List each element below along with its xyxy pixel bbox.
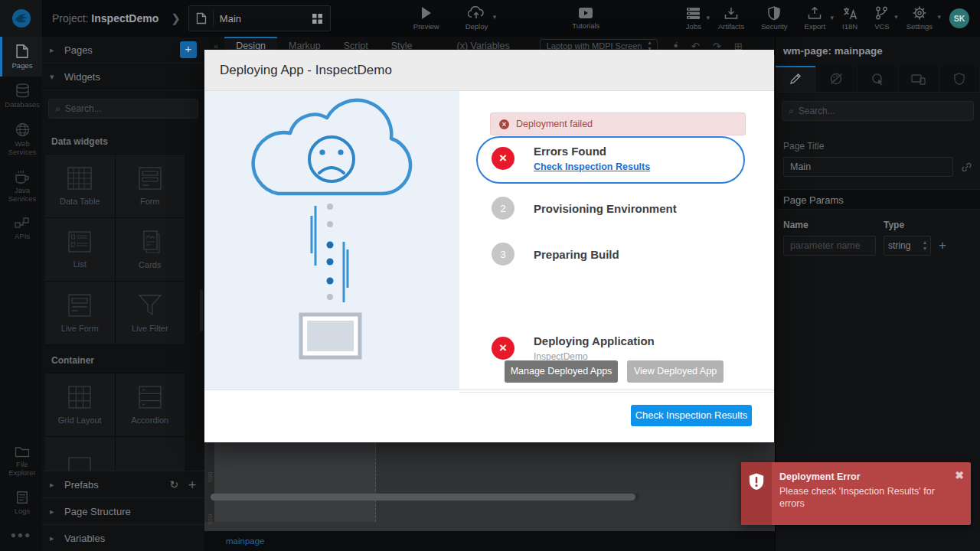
pages-icon: [15, 44, 29, 59]
video-icon: [578, 7, 593, 19]
vcs-button[interactable]: VCS ▾: [874, 6, 890, 31]
widget-accordion[interactable]: Accordion: [116, 373, 185, 436]
chevron-down-icon[interactable]: ▾: [493, 13, 497, 21]
property-search-input[interactable]: [799, 106, 967, 116]
current-page-name: Main: [220, 13, 305, 24]
chevron-right-icon: ❯: [171, 11, 181, 25]
pages-section-header[interactable]: ▸ Pages +: [42, 37, 204, 64]
active-page-status[interactable]: mainpage: [226, 536, 265, 546]
manage-deployed-apps-button[interactable]: Manage Deployed Apps: [505, 360, 618, 383]
widget-search-input[interactable]: [65, 103, 191, 114]
jobs-button[interactable]: Jobs ▾: [686, 7, 701, 31]
caret-down-icon: ▾: [50, 72, 57, 82]
param-type-select[interactable]: string ▴▾: [884, 236, 931, 256]
page-title-label: Page Title: [776, 129, 980, 157]
horizontal-scrollbar[interactable]: [211, 494, 639, 500]
rail-item-databases[interactable]: Databases: [0, 77, 42, 116]
page-doc-icon: [196, 12, 207, 24]
step-errors-found[interactable]: × Errors Found Check Inspection Results: [492, 145, 762, 172]
jobs-stack-icon: [686, 7, 701, 20]
rail-item-logs[interactable]: Logs: [0, 484, 42, 522]
caret-right-icon: ▸: [50, 45, 57, 55]
widget-list[interactable]: List: [45, 218, 115, 281]
rail-item-java-services[interactable]: Java Services: [0, 163, 42, 210]
toast-title: Deployment Error: [779, 471, 951, 484]
widget-label: Cards: [139, 260, 161, 269]
chevron-down-icon[interactable]: ▾: [937, 13, 941, 21]
tab-styles[interactable]: [816, 66, 857, 92]
widgets-section-header[interactable]: ▾ Widgets: [42, 64, 204, 90]
check-inspection-results-link[interactable]: Check Inspection Results: [534, 161, 650, 172]
add-page-button[interactable]: +: [180, 41, 197, 58]
cursor-click-icon: [871, 73, 884, 86]
step-number-badge: 3: [492, 243, 514, 266]
widget-grid-layout[interactable]: Grid Layout: [45, 373, 115, 436]
widget-cards[interactable]: Cards: [116, 218, 185, 281]
tool-label: VCS: [874, 22, 890, 31]
search-icon: ⌕: [789, 106, 794, 116]
deploy-button[interactable]: Deploy ▾: [466, 6, 488, 31]
tutorials-button[interactable]: Tutorials: [572, 7, 599, 30]
refresh-icon[interactable]: ↻: [170, 478, 179, 491]
prefabs-section-header[interactable]: ▸ Prefabs ↻ +: [42, 471, 204, 497]
divider: [459, 392, 774, 393]
rail-item-pages[interactable]: Pages: [0, 37, 42, 77]
widget-form[interactable]: Form: [116, 155, 185, 217]
step-provisioning: 2 Provisioning Environment: [492, 197, 762, 220]
widget-label: Data Table: [60, 197, 100, 206]
widget-live-filter[interactable]: Live Filter: [116, 282, 185, 344]
param-name-input[interactable]: [783, 236, 876, 256]
error-circle-icon: ×: [499, 119, 509, 129]
toast-close-icon[interactable]: ✖: [955, 469, 964, 481]
export-button[interactable]: Export ▾: [805, 7, 825, 31]
chevron-down-icon[interactable]: ▾: [831, 14, 835, 21]
tab-security[interactable]: [939, 66, 980, 92]
rail-item-web-services[interactable]: Web Services: [0, 116, 42, 163]
step-error-icon: ×: [492, 147, 514, 170]
i18n-button[interactable]: I18N: [842, 7, 858, 31]
view-deployed-app-button[interactable]: View Deployed App: [627, 360, 724, 383]
step-title: Preparing Build: [534, 248, 619, 261]
rail-item-file-explorer[interactable]: File Explorer: [0, 439, 42, 484]
variables-section-header[interactable]: ▸ Variables: [42, 524, 204, 551]
upload-tray-icon: [808, 7, 822, 20]
more-options-icon[interactable]: ●●●: [0, 522, 42, 551]
tab-events[interactable]: [858, 66, 898, 92]
step-error-icon: ×: [492, 337, 514, 360]
settings-button[interactable]: Settings ▾: [906, 6, 933, 31]
list-icon: [68, 231, 91, 253]
page-selector[interactable]: Main: [188, 5, 331, 31]
add-prefab-icon[interactable]: +: [188, 478, 197, 491]
add-param-button[interactable]: +: [939, 238, 946, 253]
user-avatar[interactable]: SK: [949, 8, 969, 28]
modal-title: Deploying App - InspectDemo: [220, 63, 392, 78]
type-column-header: Type: [884, 220, 904, 230]
check-inspection-results-button[interactable]: Check Inspection Results: [631, 405, 752, 426]
tab-devices[interactable]: [898, 66, 939, 92]
properties-tabs: [776, 66, 980, 93]
preview-button[interactable]: Preview: [413, 6, 439, 31]
live-filter-icon: [138, 294, 162, 317]
panel-scrollbar[interactable]: [200, 289, 203, 331]
rail-item-apis[interactable]: APIs: [0, 210, 42, 247]
chevron-down-icon[interactable]: ▾: [894, 13, 898, 21]
param-type-value: string: [888, 240, 920, 251]
pages-grid-icon[interactable]: [312, 13, 323, 24]
rail-label: Java Services: [2, 187, 42, 204]
widget-search: ⌕: [48, 99, 198, 119]
page-structure-section-header[interactable]: ▸ Page Structure: [42, 497, 204, 524]
page-params-section-header: Page Params: [776, 189, 980, 210]
artifacts-button[interactable]: Artifacts: [718, 7, 744, 31]
rail-spacer: [0, 246, 42, 439]
tab-properties[interactable]: [776, 66, 816, 92]
app-logo[interactable]: [0, 0, 42, 37]
page-title-input[interactable]: [783, 157, 953, 177]
bind-link-icon[interactable]: [961, 161, 972, 173]
scrollbar-thumb[interactable]: [211, 494, 635, 500]
section-title: Widgets: [64, 71, 197, 83]
tool-label: Artifacts: [718, 22, 744, 31]
widget-live-form[interactable]: Live Form: [45, 282, 115, 344]
security-button[interactable]: Security: [761, 6, 787, 31]
chevron-down-icon[interactable]: ▾: [706, 14, 710, 21]
widget-data-table[interactable]: Data Table: [45, 155, 115, 217]
